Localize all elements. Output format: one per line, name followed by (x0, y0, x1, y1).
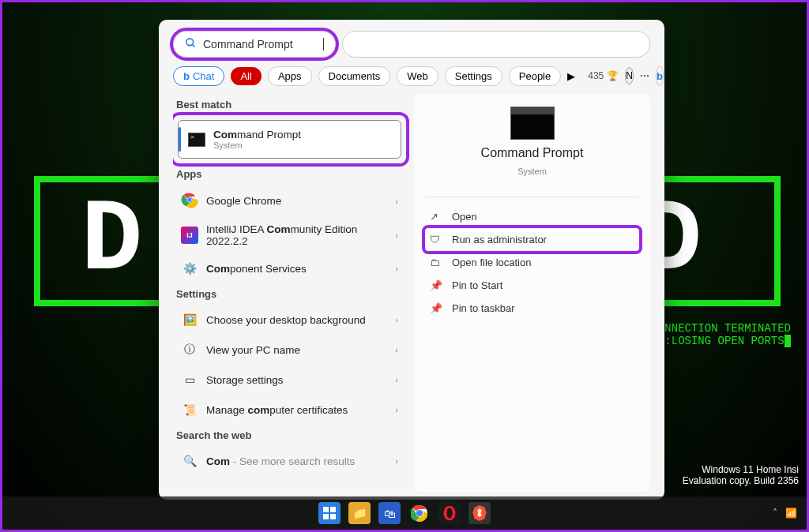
taskbar: 📁 🛍 ˄ 📶 (2, 496, 807, 530)
divider (425, 197, 639, 197)
action-file-location[interactable]: 🗀 Open file location (425, 251, 639, 274)
setting-storage[interactable]: ▭ Storage settings › (173, 365, 406, 395)
chevron-right-icon: › (395, 456, 398, 466)
filter-apps[interactable]: Apps (268, 66, 312, 86)
apps-header: Apps (176, 168, 406, 180)
chevron-right-icon: › (395, 264, 398, 273)
search-input-extended[interactable] (342, 31, 650, 58)
folder-icon: 🗀 (430, 257, 442, 268)
best-match-item[interactable]: Command Prompt System (178, 120, 401, 159)
svg-rect-9 (330, 514, 336, 519)
preview-title: Command Prompt (481, 146, 584, 160)
intellij-icon: IJ (181, 227, 198, 244)
filter-settings[interactable]: Settings (445, 66, 502, 86)
user-badge[interactable]: N (625, 67, 634, 84)
search-icon (185, 37, 197, 51)
cmd-preview-icon (510, 107, 555, 140)
filter-people[interactable]: People (509, 66, 561, 86)
taskbar-opera[interactable] (438, 502, 461, 524)
svg-point-13 (446, 508, 453, 518)
action-run-admin[interactable]: 🛡 Run as administrator (425, 228, 639, 251)
search-input[interactable]: Command Prompt (173, 31, 336, 58)
web-search-item[interactable]: 🔍 Com - See more search results › (173, 446, 406, 476)
storage-icon: ▭ (181, 371, 198, 388)
bing-chat-icon: b (183, 70, 190, 82)
pin-icon: 📌 (430, 279, 442, 291)
rewards-points[interactable]: 435 🏆 (588, 70, 619, 81)
svg-rect-8 (323, 514, 329, 519)
search-query-text: Command Prompt (203, 38, 323, 51)
web-header: Search the web (176, 429, 406, 441)
info-icon: ⓘ (181, 341, 198, 358)
image-icon: 🖼️ (181, 311, 198, 328)
chrome-icon (181, 191, 198, 211)
pin-icon: 📌 (430, 302, 442, 314)
svg-line-1 (192, 44, 194, 47)
action-pin-taskbar[interactable]: 📌 Pin to taskbar (425, 297, 639, 320)
svg-rect-6 (323, 507, 329, 512)
app-item-component-services[interactable]: ⚙️ Component Services › (173, 253, 406, 283)
setting-desktop-background[interactable]: 🖼️ Choose your desktop background › (173, 305, 406, 335)
taskbar-brave[interactable] (468, 502, 491, 524)
chevron-right-icon: › (395, 230, 398, 240)
tray-chevron-icon[interactable]: ˄ (773, 508, 777, 519)
action-pin-start[interactable]: 📌 Pin to Start (425, 274, 639, 297)
svg-rect-7 (330, 507, 336, 512)
open-icon: ↗ (430, 211, 442, 223)
taskbar-explorer[interactable]: 📁 (348, 502, 371, 524)
svg-point-0 (186, 39, 194, 46)
tray-wifi-icon[interactable]: 📶 (785, 508, 797, 519)
setting-pc-name[interactable]: ⓘ View your PC name › (173, 335, 406, 365)
results-column: Best match Command Prompt System Apps (173, 94, 406, 492)
filter-row: b Chat All Apps Documents Web Settings P… (173, 66, 650, 86)
chevron-right-icon: › (395, 315, 398, 324)
preview-subtitle: System (517, 167, 547, 176)
settings-header: Settings (176, 288, 406, 300)
filter-all[interactable]: All (231, 67, 261, 85)
watermark: Windows 11 Home Insi Evaluation copy. Bu… (683, 464, 799, 486)
action-open[interactable]: ↗ Open (425, 205, 639, 228)
taskbar-chrome[interactable] (408, 502, 431, 524)
wallpaper-status-lines: CONNECTION TERMINATED :LOSING OPEN PORTS… (652, 322, 791, 347)
cmd-icon (188, 133, 205, 147)
text-cursor (323, 38, 324, 51)
start-search-panel: Command Prompt b Chat All Apps Documents… (159, 20, 664, 500)
preview-column: Command Prompt System ↗ Open 🛡 Run as ad… (414, 94, 650, 492)
chevron-right-icon: › (395, 197, 398, 206)
chevron-right-icon: › (395, 375, 398, 384)
filter-documents[interactable]: Documents (318, 66, 391, 86)
filter-more-icon[interactable]: ▶ (567, 70, 575, 82)
trophy-icon: 🏆 (607, 70, 619, 81)
filter-chat[interactable]: b Chat (173, 66, 224, 86)
shield-icon: 🛡 (430, 234, 442, 245)
certificate-icon: 📜 (181, 401, 198, 418)
start-button[interactable] (318, 502, 341, 524)
app-item-intellij[interactable]: IJ IntelliJ IDEA Community Edition 2022.… (173, 217, 406, 253)
taskbar-store[interactable]: 🛍 (378, 502, 401, 524)
search-icon: 🔍 (181, 452, 198, 470)
more-options-icon[interactable]: ⋯ (640, 67, 649, 84)
svg-point-11 (416, 510, 423, 516)
svg-point-5 (188, 198, 192, 202)
chevron-right-icon: › (395, 345, 398, 354)
gear-icon: ⚙️ (181, 260, 198, 277)
app-item-chrome[interactable]: Google Chrome › (173, 185, 406, 217)
bing-icon[interactable]: b (656, 66, 664, 86)
best-match-header: Best match (176, 99, 406, 111)
setting-certificates[interactable]: 📜 Manage computer certificates › (173, 395, 406, 425)
filter-web[interactable]: Web (397, 66, 438, 86)
chevron-right-icon: › (395, 405, 398, 414)
